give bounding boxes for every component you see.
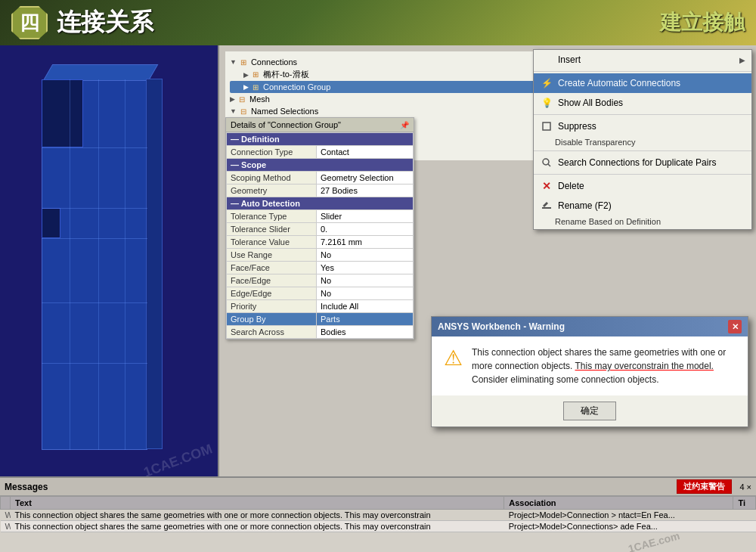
message-row-2: Warnin This connection object shares the… — [1, 521, 756, 532]
row-group-by: Group By Parts — [227, 313, 414, 326]
dialog-ok-button[interactable]: 确定 — [563, 402, 616, 420]
key-scoping-method: Scoping Method — [227, 172, 317, 185]
details-panel: Details of "Connection Group" 📌 — Defini… — [225, 117, 414, 340]
insert-icon — [540, 53, 553, 67]
messages-label: Messages — [5, 482, 48, 492]
msg-ti-1 — [733, 510, 756, 521]
key-connection-type: Connection Type — [227, 146, 317, 159]
create-auto-icon: ⚡ — [540, 76, 553, 90]
ctx-item-search-dup[interactable]: Search Connections for Duplicate Pairs — [534, 153, 751, 172]
val-geometry: 27 Bodies — [316, 185, 413, 197]
key-group-by: Group By — [227, 313, 317, 326]
show-bodies-icon: 💡 — [540, 96, 553, 110]
section-scope: — Scope — [227, 159, 414, 172]
dialog-body: ⚠ This connection object shares the same… — [432, 336, 748, 395]
row-priority: Priority Include All — [227, 300, 414, 313]
ctx-separator-3 — [534, 150, 751, 151]
ctx-label-delete: Delete — [558, 181, 745, 191]
val-use-range: No — [316, 249, 413, 262]
val-group-by: Parts — [316, 313, 413, 326]
svg-marker-4 — [543, 202, 548, 207]
ctx-sub-rename-def[interactable]: Rename Based on Definition — [534, 216, 751, 229]
key-search-across: Search Across — [227, 326, 317, 339]
delete-icon: ✕ — [540, 179, 553, 193]
section-auto-label: — Auto Detection — [227, 197, 414, 210]
key-priority: Priority — [227, 300, 317, 313]
key-face-edge: Face/Edge — [227, 274, 317, 287]
header-title: 连接关系 — [57, 6, 153, 39]
dialog-text: This connection object shares the same g… — [472, 346, 726, 386]
ctx-separator-1 — [534, 71, 751, 72]
svg-line-2 — [548, 164, 550, 166]
val-edge-edge: No — [316, 287, 413, 300]
ctx-arrow-insert: ▶ — [739, 56, 745, 64]
dialog-titlebar: ANSYS Workbench - Warning ✕ — [432, 317, 748, 336]
details-pin-icon[interactable]: 📌 — [400, 121, 409, 129]
details-table: — Definition Connection Type Contact — S… — [226, 132, 414, 339]
key-tolerance-slider: Tolerance Slider — [227, 223, 317, 236]
dialog-title: ANSYS Workbench - Warning — [438, 321, 565, 332]
val-tolerance-slider: 0. — [316, 223, 413, 236]
rename-icon — [540, 199, 553, 212]
msg-assoc-1: Project>Model>Connection > ntact=En Fea.… — [504, 510, 733, 521]
row-scoping-method: Scoping Method Geometry Selection — [227, 172, 414, 185]
ctx-item-insert[interactable]: Insert ▶ — [534, 50, 751, 70]
ctx-item-suppress[interactable]: Suppress — [534, 116, 751, 136]
row-geometry: Geometry 27 Bodies — [227, 185, 414, 197]
svg-point-1 — [543, 159, 549, 165]
right-panel: ▼ ⊞ Connections ▶ ⊞ 椭杆-to-滑板 ▶ ⊞ Connect… — [219, 45, 756, 476]
bottom-watermark: 1CAE.com — [627, 529, 681, 552]
val-connection-type: Contact — [316, 146, 413, 159]
suppress-icon — [540, 119, 553, 133]
messages-badge: 过约束警告 — [677, 479, 732, 494]
ctx-label-suppress: Suppress — [558, 121, 745, 132]
msg-assoc-2: Project>Model>Connections> ade Fea... — [504, 521, 733, 532]
messages-header: Messages 过约束警告 4 × — [0, 478, 756, 496]
key-use-range: Use Range — [227, 249, 317, 262]
svg-rect-3 — [542, 207, 551, 209]
ctx-item-rename[interactable]: Rename (F2) — [534, 196, 751, 216]
key-tolerance-type: Tolerance Type — [227, 210, 317, 223]
warning-icon: ⚠ — [444, 346, 463, 371]
row-tolerance-value: Tolerance Value 7.2161 mm — [227, 236, 414, 249]
col-level — [1, 497, 11, 510]
val-priority: Include All — [316, 300, 413, 313]
ctx-label-rename-def: Rename Based on Definition — [555, 217, 661, 226]
section-definition-label: — Definition — [227, 133, 414, 146]
messages-count: 4 × — [739, 482, 751, 492]
dialog-line1: This connection object shares the same g… — [472, 347, 726, 358]
svg-rect-0 — [543, 122, 550, 130]
ctx-sub-disable-trans[interactable]: Disable Transparency — [534, 136, 751, 149]
col-ti: Ti — [733, 497, 756, 510]
ctx-separator-4 — [534, 174, 751, 175]
dialog-line2: more connection objects. — [472, 361, 572, 371]
msg-level-2: Warnin — [1, 521, 11, 532]
col-assoc: Association — [504, 497, 733, 510]
section-scope-label: — Scope — [227, 159, 414, 172]
row-tolerance-slider: Tolerance Slider 0. — [227, 223, 414, 236]
msg-ti-2 — [733, 521, 756, 532]
row-connection-type: Connection Type Contact — [227, 146, 414, 159]
main-area: 1CAE.COM ▼ ⊞ Connections ▶ ⊞ 椭杆-to-滑板 ▶ … — [0, 45, 756, 476]
val-tolerance-value: 7.2161 mm — [316, 236, 413, 249]
col-text: Text — [11, 497, 504, 510]
dialog-close-button[interactable]: ✕ — [728, 320, 742, 333]
ctx-item-delete[interactable]: ✕ Delete — [534, 176, 751, 196]
header-number: 四 — [11, 6, 48, 39]
row-tolerance-type: Tolerance Type Slider — [227, 210, 414, 223]
ctx-label-search-dup: Search Connections for Duplicate Pairs — [558, 157, 745, 168]
context-menu: Insert ▶ ⚡ Create Automatic Connections … — [533, 49, 752, 230]
ctx-label-disable-trans: Disable Transparency — [555, 138, 635, 147]
val-scoping-method: Geometry Selection — [316, 172, 413, 185]
ctx-item-create-auto[interactable]: ⚡ Create Automatic Connections — [534, 73, 751, 93]
key-edge-edge: Edge/Edge — [227, 287, 317, 300]
ctx-label-rename: Rename (F2) — [558, 200, 745, 211]
warning-dialog: ANSYS Workbench - Warning ✕ ⚠ This conne… — [431, 316, 748, 427]
msg-text-2: This connection object shares the same g… — [11, 521, 504, 532]
row-use-range: Use Range No — [227, 249, 414, 262]
ctx-label-create-auto: Create Automatic Connections — [558, 78, 745, 88]
viewport-3d[interactable]: 1CAE.COM — [0, 45, 219, 476]
messages-table: Text Association Ti Warnin This connecti… — [0, 496, 756, 532]
ctx-item-show-bodies[interactable]: 💡 Show All Bodies — [534, 93, 751, 113]
val-face-edge: No — [316, 274, 413, 287]
